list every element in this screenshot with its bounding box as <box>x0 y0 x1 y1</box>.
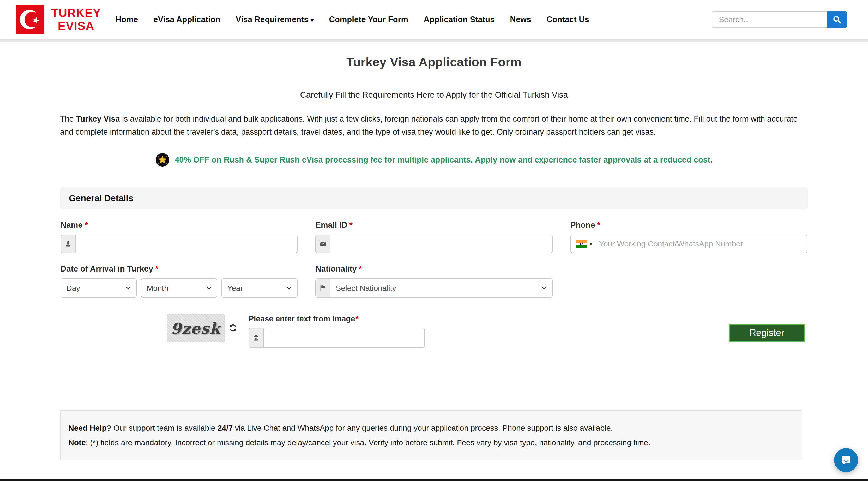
section-title: General Details <box>69 193 799 203</box>
nav-item-evisa-application[interactable]: eVisa Application <box>153 15 220 24</box>
site-search <box>712 11 847 28</box>
promo-text: 40% OFF on Rush & Super Rush eVisa proce… <box>175 155 713 164</box>
search-input[interactable] <box>712 11 827 28</box>
name-field-block: Name* <box>61 220 298 253</box>
chat-bubble-icon <box>840 454 852 467</box>
page-title: Turkey Visa Application Form <box>60 55 808 69</box>
captcha-user-icon <box>252 334 260 341</box>
nationality-label: Nationality <box>315 264 356 273</box>
email-field-block: Email ID* <box>315 220 552 253</box>
nav-item-visa-requirements[interactable]: Visa Requirements▾ <box>236 15 314 24</box>
nav-item-news[interactable]: News <box>510 15 531 24</box>
email-label: Email ID <box>315 220 347 230</box>
search-icon <box>833 15 841 24</box>
captcha-input[interactable] <box>264 328 424 347</box>
live-chat-button[interactable] <box>834 448 858 472</box>
logo-text: TURKEY EVISA <box>51 6 101 33</box>
arrival-month-select[interactable]: Month <box>141 278 217 298</box>
header-divider <box>0 39 868 42</box>
chevron-down-icon: ▾ <box>310 17 313 24</box>
arrival-label: Date of Arrival in Turkey <box>61 264 153 273</box>
name-label: Name <box>61 220 83 230</box>
main-nav: Home eVisa Application Visa Requirements… <box>116 15 589 24</box>
intro-paragraph: The Turkey Visa is available for both in… <box>60 112 808 138</box>
arrival-day-select[interactable]: Day <box>61 278 137 298</box>
nav-item-contact-us[interactable]: Contact Us <box>547 15 589 24</box>
form-row-2: Date of Arrival in Turkey* Day Month <box>60 253 808 298</box>
required-asterisk: * <box>349 220 352 230</box>
india-flag-icon[interactable] <box>576 240 587 248</box>
required-asterisk: * <box>359 264 362 273</box>
page-bottom-strip <box>0 479 868 481</box>
name-input[interactable] <box>75 235 297 253</box>
phone-input[interactable] <box>594 235 807 253</box>
help-note-box: Need Help? Our support team is available… <box>60 410 802 460</box>
email-input[interactable] <box>331 235 552 253</box>
search-button[interactable] <box>827 11 847 28</box>
site-logo[interactable]: ★ TURKEY EVISA <box>16 5 101 34</box>
country-code-dropdown-caret-icon[interactable]: ▾ <box>590 241 592 247</box>
note-line: Note: (*) fields are mandatory. Incorrec… <box>68 435 794 450</box>
captcha-field-block: Please enter text from Image* <box>249 314 425 348</box>
help-line: Need Help? Our support team is available… <box>68 421 794 435</box>
captcha-row: 9zesk Please enter text from Image* <box>60 314 808 348</box>
form-row-1: Name* Email ID* <box>60 209 808 253</box>
captcha-label: Please enter text from Image <box>249 314 355 323</box>
nav-item-complete-your-form[interactable]: Complete Your Form <box>329 15 408 24</box>
refresh-captcha-icon[interactable] <box>229 324 237 332</box>
required-asterisk: * <box>597 220 600 230</box>
phone-label: Phone <box>570 220 595 230</box>
envelope-icon <box>319 240 327 248</box>
nationality-select[interactable]: Select Nationality <box>331 279 552 297</box>
intro-bold-term: Turkey Visa <box>76 114 120 123</box>
captcha-image: 9zesk <box>167 314 224 342</box>
promo-banner: 40% OFF on Rush & Super Rush eVisa proce… <box>60 153 808 167</box>
main-content: Turkey Visa Application Form Carefully F… <box>60 55 808 460</box>
required-asterisk: * <box>356 314 359 323</box>
turkey-flag-icon: ★ <box>16 5 44 34</box>
flag-icon <box>319 284 327 292</box>
arrival-year-select[interactable]: Year <box>221 278 298 298</box>
phone-field-block: Phone* ▾ <box>570 220 807 253</box>
nav-item-application-status[interactable]: Application Status <box>424 15 495 24</box>
person-icon <box>64 240 72 247</box>
register-button[interactable]: Register <box>729 324 805 342</box>
general-details-section-header: General Details <box>60 187 808 209</box>
arrival-date-block: Date of Arrival in Turkey* Day Month <box>61 264 298 298</box>
nationality-block: Nationality* Select Nationality <box>315 264 552 298</box>
required-asterisk: * <box>85 220 88 230</box>
nav-item-home[interactable]: Home <box>116 15 138 24</box>
captcha-text: 9zesk <box>171 320 220 337</box>
header: ★ TURKEY EVISA Home eVisa Application Vi… <box>0 0 868 39</box>
page-subtitle: Carefully Fill the Requirements Here to … <box>60 90 808 100</box>
star-badge-icon <box>155 153 169 167</box>
required-asterisk: * <box>155 264 158 273</box>
